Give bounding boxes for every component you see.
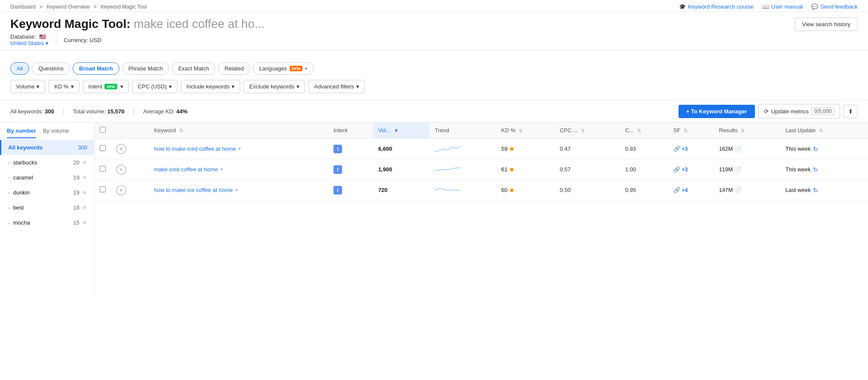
add-keyword-button[interactable]: + bbox=[116, 164, 126, 175]
flag-icon: 🇺🇸 bbox=[39, 33, 46, 40]
keyword-manager-button[interactable]: + To Keyword Manager bbox=[679, 105, 755, 118]
chevron-down-icon: ▾ bbox=[232, 83, 235, 90]
sidebar-item-dunkin[interactable]: › dunkin 19 👁 bbox=[0, 185, 94, 200]
database-dropdown[interactable]: United States ▾ bbox=[10, 40, 49, 46]
doc-icon: 📄 bbox=[735, 146, 741, 152]
user-manual-link[interactable]: 📖 User manual bbox=[762, 3, 803, 10]
kd-filter[interactable]: KD % ▾ bbox=[49, 80, 79, 93]
tab-questions[interactable]: Questions bbox=[32, 62, 70, 75]
tab-related[interactable]: Related bbox=[218, 62, 250, 75]
send-feedback-link[interactable]: 💬 Send feedback bbox=[811, 3, 858, 10]
refresh-icon[interactable]: ↻ bbox=[813, 146, 818, 152]
select-all-checkbox[interactable] bbox=[100, 127, 106, 133]
sidebar-item-mocha[interactable]: › mocha 15 👁 bbox=[0, 215, 94, 230]
sf-plus[interactable]: +3 bbox=[682, 146, 688, 152]
sf-plus[interactable]: +4 bbox=[682, 187, 688, 193]
view-history-button[interactable]: View search history bbox=[795, 18, 858, 31]
keywords-table: Keyword ⇅ Intent Vol... ▼ Trend KD % ⇅ C… bbox=[95, 122, 868, 201]
eye-icon[interactable]: 👁 bbox=[82, 205, 87, 211]
table-row: + how to make ice coffee at home ▾ I 720 bbox=[95, 180, 868, 201]
doc-icon: 📄 bbox=[735, 167, 741, 173]
td-last-update: Last week ↻ bbox=[780, 180, 868, 201]
sort-by-number-tab[interactable]: By number bbox=[7, 128, 36, 138]
row-checkbox[interactable] bbox=[100, 186, 106, 192]
chevron-right-icon: › bbox=[8, 205, 10, 210]
th-keyword[interactable]: Keyword ⇅ bbox=[149, 122, 328, 139]
update-metrics-button[interactable]: ⟳ Update metrics 0/5,000 bbox=[758, 104, 840, 119]
td-sf: 🔗 +3 bbox=[668, 159, 714, 180]
td-volume: 720 bbox=[373, 180, 430, 201]
table-row: + how to make iced coffee at home ▾ I 6,… bbox=[95, 139, 868, 159]
eye-icon[interactable]: 👁 bbox=[82, 190, 87, 196]
link-icon: 🔗 bbox=[673, 146, 680, 152]
intent-badge: I bbox=[333, 165, 342, 174]
th-cpc[interactable]: CPC ... ⇅ bbox=[555, 122, 620, 139]
intent-badge: I bbox=[333, 186, 342, 195]
refresh-icon[interactable]: ↻ bbox=[813, 166, 818, 173]
keyword-link[interactable]: how to make ice coffee at home bbox=[154, 187, 232, 193]
kd-indicator bbox=[510, 168, 513, 171]
keyword-research-course-link[interactable]: 🎓 Keyword Research course bbox=[679, 3, 753, 10]
row-checkbox[interactable] bbox=[100, 145, 106, 151]
eye-icon[interactable]: 👁 bbox=[82, 220, 87, 226]
td-results: 119M 📄 bbox=[714, 159, 780, 180]
tab-broad-match[interactable]: Broad Match bbox=[73, 62, 119, 75]
add-keyword-button[interactable]: + bbox=[116, 185, 126, 195]
td-kd: 59 bbox=[496, 139, 555, 159]
sidebar-item-all-keywords[interactable]: All keywords 300 bbox=[0, 140, 94, 155]
export-button[interactable]: ⬆ bbox=[844, 105, 858, 118]
sidebar-item-starbucks[interactable]: › starbucks 20 👁 bbox=[0, 155, 94, 170]
eye-icon[interactable]: 👁 bbox=[82, 160, 87, 166]
td-trend bbox=[430, 139, 496, 159]
th-intent[interactable]: Intent bbox=[328, 122, 373, 139]
dropdown-icon[interactable]: ▾ bbox=[220, 167, 223, 172]
chevron-down-icon: ▾ bbox=[356, 83, 359, 90]
td-intent: I bbox=[328, 159, 373, 180]
include-keywords-filter[interactable]: Include keywords ▾ bbox=[181, 80, 240, 93]
td-trend bbox=[430, 159, 496, 180]
add-keyword-button[interactable]: + bbox=[116, 144, 126, 154]
td-cpc: 0.47 bbox=[555, 139, 620, 159]
tab-exact-match[interactable]: Exact Match bbox=[172, 62, 216, 75]
advanced-filters[interactable]: Advanced filters ▾ bbox=[309, 80, 365, 93]
chevron-right-icon: › bbox=[8, 190, 10, 195]
breadcrumb-keyword-overview[interactable]: Keyword Overview bbox=[46, 4, 89, 10]
sf-plus[interactable]: +3 bbox=[682, 167, 688, 173]
chevron-right-icon: › bbox=[8, 175, 10, 180]
sort-by-volume-tab[interactable]: By volume bbox=[43, 128, 69, 138]
td-volume: 1,900 bbox=[373, 159, 430, 180]
keyword-link[interactable]: make iced coffee at home bbox=[154, 166, 218, 173]
exclude-keywords-filter[interactable]: Exclude keywords ▾ bbox=[244, 80, 305, 93]
chevron-right-icon: › bbox=[8, 160, 10, 165]
th-results[interactable]: Results ⇅ bbox=[714, 122, 780, 139]
sidebar-item-best[interactable]: › best 18 👁 bbox=[0, 200, 94, 215]
sidebar-item-caramel[interactable]: › caramel 19 👁 bbox=[0, 170, 94, 185]
dropdown-icon[interactable]: ▾ bbox=[238, 146, 241, 152]
keyword-link[interactable]: how to make iced coffee at home bbox=[154, 146, 236, 152]
chevron-down-icon: ▾ bbox=[71, 83, 74, 90]
intent-filter[interactable]: Intent new ▾ bbox=[83, 80, 129, 93]
sort-icon: ⇅ bbox=[637, 128, 641, 133]
tab-all[interactable]: All bbox=[10, 62, 29, 75]
th-trend[interactable]: Trend bbox=[430, 122, 496, 139]
breadcrumb-dashboard[interactable]: Dashboard bbox=[10, 4, 36, 10]
kd-indicator bbox=[510, 147, 513, 151]
tab-phrase-match[interactable]: Phrase Match bbox=[122, 62, 169, 75]
refresh-icon[interactable]: ↻ bbox=[813, 187, 818, 194]
volume-filter[interactable]: Volume ▾ bbox=[10, 80, 45, 93]
sort-icon: ⇅ bbox=[581, 128, 585, 133]
row-checkbox[interactable] bbox=[100, 166, 106, 172]
languages-dropdown[interactable]: Languages beta ▾ bbox=[253, 62, 314, 75]
th-kd[interactable]: KD % ⇅ bbox=[496, 122, 555, 139]
cpc-filter[interactable]: CPC (USD) ▾ bbox=[132, 80, 177, 93]
doc-icon: 📄 bbox=[735, 187, 741, 193]
kd-indicator bbox=[510, 188, 513, 192]
dropdown-icon[interactable]: ▾ bbox=[235, 187, 238, 193]
th-last-update[interactable]: Last Update ⇅ bbox=[780, 122, 868, 139]
th-checkbox bbox=[95, 122, 111, 139]
eye-icon[interactable]: 👁 bbox=[82, 175, 87, 181]
th-com[interactable]: C... ⇅ bbox=[620, 122, 668, 139]
th-sf[interactable]: SF ⇅ bbox=[668, 122, 714, 139]
all-keywords-stat: All keywords: 300 bbox=[10, 108, 54, 115]
th-volume[interactable]: Vol... ▼ bbox=[373, 122, 430, 139]
